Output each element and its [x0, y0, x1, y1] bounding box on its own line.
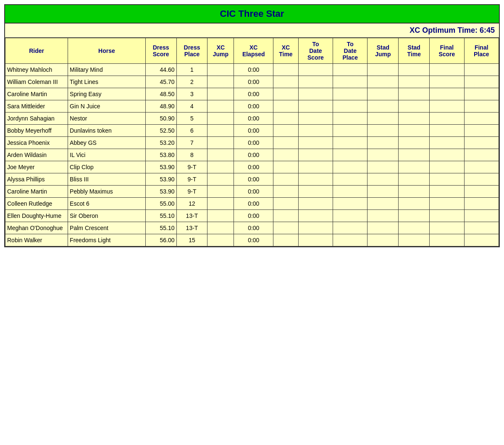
todate-place	[333, 173, 368, 186]
xc-jump	[207, 100, 234, 113]
xc-time	[273, 161, 299, 173]
rider-name: Alyssa Phillips	[5, 173, 68, 186]
final-place	[464, 64, 499, 76]
todate-score	[298, 186, 333, 198]
xc-jump	[207, 125, 234, 137]
final-place	[464, 125, 499, 137]
dress-score: 50.90	[145, 113, 176, 125]
dress-score: 52.50	[145, 125, 176, 137]
final-score	[430, 76, 464, 88]
dress-place: 2	[176, 76, 207, 88]
stad-time	[399, 234, 430, 246]
table-row: Bobby MeyerhoffDunlavins token52.5060:00	[5, 125, 499, 137]
xc-jump	[207, 210, 234, 222]
dress-place: 15	[176, 234, 207, 246]
xc-jump	[207, 113, 234, 125]
horse-name: Palm Crescent	[68, 222, 146, 234]
final-score	[430, 210, 464, 222]
horse-name: Dunlavins token	[68, 125, 146, 137]
stad-jump	[368, 113, 399, 125]
table-row: Joe MeyerClip Clop53.909-T0:00	[5, 161, 499, 173]
horse-name: Nestor	[68, 113, 146, 125]
xc-elapsed: 0:00	[234, 100, 273, 113]
dress-place: 12	[176, 198, 207, 210]
todate-place	[333, 100, 368, 113]
stad-time	[399, 76, 430, 88]
xc-elapsed: 0:00	[234, 198, 273, 210]
dress-place: 7	[176, 137, 207, 149]
stad-time	[399, 100, 430, 113]
rider-name: Bobby Meyerhoff	[5, 125, 68, 137]
horse-name: Clip Clop	[68, 161, 146, 173]
header-stad-time: StadTime	[399, 38, 430, 64]
stad-jump	[368, 125, 399, 137]
table-row: Alyssa PhillipsBliss III53.909-T0:00	[5, 173, 499, 186]
xc-elapsed: 0:00	[234, 113, 273, 125]
stad-time	[399, 137, 430, 149]
final-score	[430, 88, 464, 100]
xc-time	[273, 186, 299, 198]
header-dress-score: DressScore	[145, 38, 176, 64]
final-place	[464, 113, 499, 125]
dress-score: 53.90	[145, 161, 176, 173]
xc-time	[273, 113, 299, 125]
stad-time	[399, 198, 430, 210]
xc-jump	[207, 88, 234, 100]
stad-time	[399, 125, 430, 137]
dress-place: 1	[176, 64, 207, 76]
xc-jump	[207, 186, 234, 198]
dress-place: 5	[176, 113, 207, 125]
xc-elapsed: 0:00	[234, 234, 273, 246]
dress-place: 8	[176, 149, 207, 161]
table-row: Robin WalkerFreedoms Light56.00150:00	[5, 234, 499, 246]
horse-name: Tight Lines	[68, 76, 146, 88]
todate-place	[333, 113, 368, 125]
xc-time	[273, 222, 299, 234]
header-xc-jump: XCJump	[207, 38, 234, 64]
xc-time	[273, 198, 299, 210]
rider-name: Meghan O'Donoghue	[5, 222, 68, 234]
todate-score	[298, 100, 333, 113]
stad-time	[399, 186, 430, 198]
final-place	[464, 88, 499, 100]
horse-name: Freedoms Light	[68, 234, 146, 246]
header-final-place: FinalPlace	[464, 38, 499, 64]
rider-name: Ellen Doughty-Hume	[5, 210, 68, 222]
rider-name: William Coleman III	[5, 76, 68, 88]
xc-jump	[207, 149, 234, 161]
xc-time	[273, 210, 299, 222]
xc-time	[273, 234, 299, 246]
todate-place	[333, 137, 368, 149]
final-score	[430, 222, 464, 234]
rider-name: Whitney Mahloch	[5, 64, 68, 76]
table-row: Arden WildasinIL Vici53.8080:00	[5, 149, 499, 161]
xc-time	[273, 137, 299, 149]
rider-name: Caroline Martin	[5, 88, 68, 100]
xc-jump	[207, 222, 234, 234]
final-score	[430, 149, 464, 161]
table-row: William Coleman IIITight Lines45.7020:00	[5, 76, 499, 88]
xc-time	[273, 64, 299, 76]
horse-name: Sir Oberon	[68, 210, 146, 222]
xc-elapsed: 0:00	[234, 64, 273, 76]
todate-place	[333, 210, 368, 222]
dress-place: 9-T	[176, 173, 207, 186]
todate-place	[333, 222, 368, 234]
table-row: Caroline MartinSpring Easy48.5030:00	[5, 88, 499, 100]
rider-name: Joe Meyer	[5, 161, 68, 173]
xc-elapsed: 0:00	[234, 137, 273, 149]
table-row: Colleen RutledgeEscot 655.00120:00	[5, 198, 499, 210]
horse-name: IL Vici	[68, 149, 146, 161]
header-final-score: FinalScore	[430, 38, 464, 64]
competition-table: CIC Three Star XC Optimum Time: 6:45 Rid…	[4, 4, 500, 247]
todate-score	[298, 125, 333, 137]
horse-name: Spring Easy	[68, 88, 146, 100]
final-place	[464, 210, 499, 222]
header-row: Rider Horse DressScore DressPlace XCJump…	[5, 38, 499, 247]
dress-score: 55.00	[145, 198, 176, 210]
final-score	[430, 113, 464, 125]
table-row: Caroline MartinPebbly Maximus53.909-T0:0…	[5, 186, 499, 198]
stad-jump	[368, 161, 399, 173]
final-score	[430, 100, 464, 113]
todate-place	[333, 149, 368, 161]
